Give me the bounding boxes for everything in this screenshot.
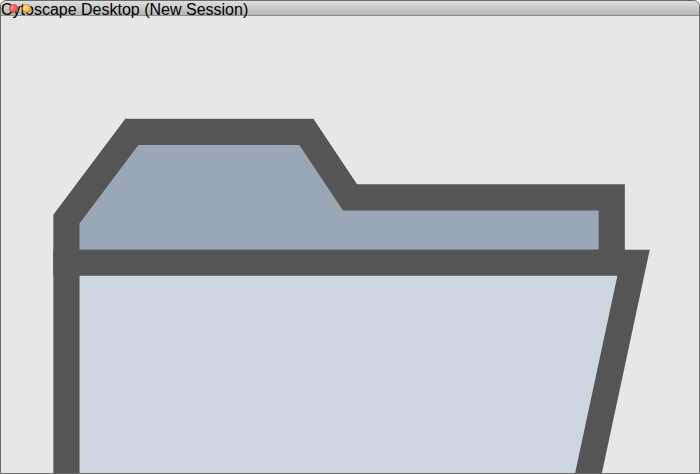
close-button[interactable] [9, 4, 18, 13]
cytoscape-window: Cytoscape Desktop (New Session) [0, 0, 700, 474]
zoom-button[interactable] [1, 4, 10, 13]
window-titlebar: Cytoscape Desktop (New Session) [1, 1, 699, 16]
main-toolbar: Search: ▾ [1, 1, 699, 474]
minimize-button[interactable] [22, 4, 31, 13]
window-title: Cytoscape Desktop (New Session) [1, 1, 699, 19]
